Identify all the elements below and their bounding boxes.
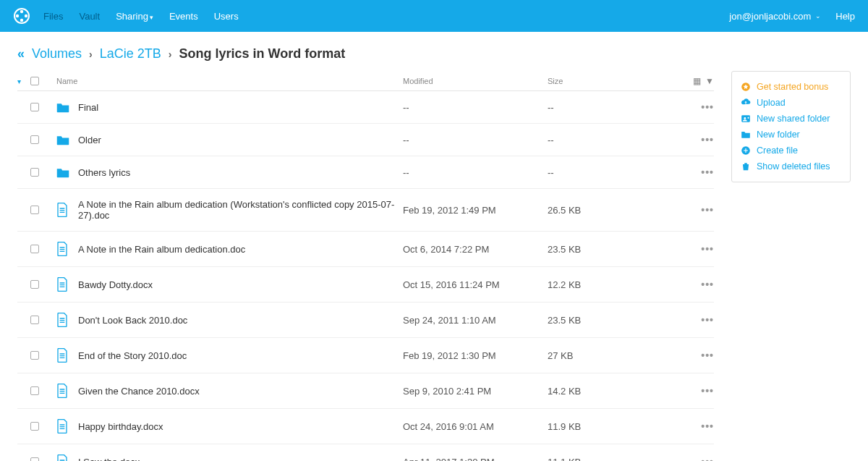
row-checkbox[interactable] bbox=[30, 316, 39, 324]
item-size: -- bbox=[548, 102, 678, 113]
column-modified[interactable]: Modified bbox=[403, 77, 548, 85]
nav-users[interactable]: Users bbox=[214, 11, 239, 22]
row-checkbox[interactable] bbox=[30, 280, 39, 289]
item-size: 12.2 KB bbox=[548, 279, 678, 290]
item-modified: -- bbox=[403, 167, 548, 178]
row-checkbox[interactable] bbox=[30, 351, 39, 360]
document-icon bbox=[56, 454, 78, 461]
chevron-right-icon: › bbox=[169, 48, 172, 60]
column-size[interactable]: Size bbox=[548, 77, 678, 85]
item-name[interactable]: Happy birthday.docx bbox=[78, 421, 403, 432]
row-actions-button[interactable]: ••• bbox=[701, 350, 714, 361]
svg-point-4 bbox=[16, 14, 19, 17]
breadcrumb: « Volumes › LaCie 2TB › Song lyrics in W… bbox=[17, 46, 714, 62]
item-name[interactable]: I Saw the.docx bbox=[78, 457, 403, 462]
table-row: Happy birthday.docxOct 24, 2016 9:01 AM1… bbox=[17, 409, 714, 444]
nav-vault[interactable]: Vault bbox=[79, 11, 100, 22]
row-actions-button[interactable]: ••• bbox=[701, 204, 714, 216]
actions-panel: Get started bonus Upload New shared fold… bbox=[731, 71, 851, 182]
row-checkbox[interactable] bbox=[30, 135, 39, 144]
row-checkbox[interactable] bbox=[30, 386, 39, 395]
breadcrumb-back-icon[interactable]: « bbox=[17, 46, 25, 62]
item-size: 11.1 KB bbox=[548, 457, 678, 462]
item-size: 26.5 KB bbox=[548, 205, 678, 216]
item-size: -- bbox=[548, 135, 678, 145]
document-icon bbox=[56, 313, 78, 327]
item-modified: Oct 15, 2016 11:24 PM bbox=[403, 279, 548, 290]
document-icon bbox=[56, 384, 78, 398]
item-modified: Apr 11, 2017 1:30 PM bbox=[403, 457, 548, 462]
item-modified: -- bbox=[403, 135, 548, 145]
breadcrumb-parent[interactable]: LaCie 2TB bbox=[100, 46, 161, 62]
document-icon bbox=[56, 419, 78, 433]
create-file-button[interactable]: Create file bbox=[741, 143, 841, 158]
nav-events[interactable]: Events bbox=[169, 11, 198, 22]
grid-view-icon[interactable]: ▦ bbox=[693, 76, 701, 86]
table-row: Final----••• bbox=[17, 91, 714, 124]
table-row: I Saw the.docxApr 11, 2017 1:30 PM11.1 K… bbox=[17, 444, 714, 461]
table-row: Bawdy Dotty.docxOct 15, 2016 11:24 PM12.… bbox=[17, 267, 714, 303]
row-actions-button[interactable]: ••• bbox=[701, 243, 714, 255]
help-link[interactable]: Help bbox=[835, 11, 855, 22]
select-all-checkbox[interactable] bbox=[30, 77, 39, 85]
item-size: 23.5 KB bbox=[548, 315, 678, 326]
item-name[interactable]: Final bbox=[78, 102, 403, 113]
table-row: A Note in the Rain album dedication.docO… bbox=[17, 232, 714, 267]
document-icon bbox=[56, 277, 78, 292]
item-name[interactable]: A Note in the Rain album dedication.doc bbox=[78, 244, 403, 255]
trash-icon bbox=[741, 161, 751, 172]
document-icon bbox=[56, 203, 78, 217]
item-name[interactable]: Others lyrics bbox=[78, 167, 403, 178]
row-checkbox[interactable] bbox=[30, 103, 39, 111]
table-row: End of the Story 2010.docFeb 19, 2012 1:… bbox=[17, 338, 714, 373]
item-modified: Oct 6, 2014 7:22 PM bbox=[403, 244, 548, 255]
show-deleted-button[interactable]: Show deleted files bbox=[741, 158, 841, 174]
item-modified: Oct 24, 2016 9:01 AM bbox=[403, 421, 548, 432]
filter-icon[interactable]: ▼ bbox=[705, 76, 714, 86]
item-modified: Feb 19, 2012 1:49 PM bbox=[403, 205, 548, 216]
row-actions-button[interactable]: ••• bbox=[701, 279, 714, 290]
item-size: 14.2 KB bbox=[548, 386, 678, 397]
item-name[interactable]: Given the Chance 2010.docx bbox=[78, 386, 403, 397]
row-checkbox[interactable] bbox=[30, 245, 39, 253]
row-checkbox[interactable] bbox=[30, 422, 39, 431]
nav-files[interactable]: Files bbox=[43, 11, 63, 22]
item-name[interactable]: Don't Look Back 2010.doc bbox=[78, 315, 403, 326]
row-actions-button[interactable]: ••• bbox=[701, 314, 714, 326]
row-checkbox[interactable] bbox=[30, 457, 39, 461]
item-name[interactable]: End of the Story 2010.doc bbox=[78, 350, 403, 361]
row-actions-button[interactable]: ••• bbox=[701, 456, 714, 461]
new-shared-folder-button[interactable]: New shared folder bbox=[741, 111, 841, 127]
nav-sharing[interactable]: Sharing▾ bbox=[116, 11, 153, 22]
table-row: Don't Look Back 2010.docSep 24, 2011 1:1… bbox=[17, 303, 714, 338]
upload-button[interactable]: Upload bbox=[741, 95, 841, 111]
table-row: Given the Chance 2010.docxSep 9, 2010 2:… bbox=[17, 373, 714, 409]
svg-point-1 bbox=[20, 10, 23, 13]
row-checkbox[interactable] bbox=[30, 206, 39, 214]
new-folder-button[interactable]: New folder bbox=[741, 127, 841, 143]
document-icon bbox=[56, 242, 78, 256]
row-actions-button[interactable]: ••• bbox=[701, 166, 714, 178]
item-name[interactable]: Older bbox=[78, 135, 403, 145]
breadcrumb-current: Song lyrics in Word format bbox=[179, 46, 345, 62]
folder-icon bbox=[56, 102, 78, 113]
sort-indicator-icon[interactable]: ▾ bbox=[17, 77, 30, 85]
chevron-down-icon: ▾ bbox=[150, 14, 153, 21]
column-name[interactable]: Name bbox=[56, 77, 403, 85]
get-started-bonus[interactable]: Get started bonus bbox=[741, 79, 841, 95]
item-modified: Feb 19, 2012 1:30 PM bbox=[403, 350, 548, 361]
row-actions-button[interactable]: ••• bbox=[701, 101, 714, 113]
row-checkbox[interactable] bbox=[30, 168, 39, 177]
breadcrumb-root[interactable]: Volumes bbox=[32, 46, 82, 62]
row-actions-button[interactable]: ••• bbox=[701, 134, 714, 145]
user-menu[interactable]: jon@jonljacobi.com⌄ bbox=[729, 11, 821, 22]
item-modified: Sep 24, 2011 1:10 AM bbox=[403, 315, 548, 326]
row-actions-button[interactable]: ••• bbox=[701, 420, 714, 432]
item-size: -- bbox=[548, 167, 678, 178]
item-name[interactable]: A Note in the Rain album dedication (Wor… bbox=[78, 199, 403, 221]
star-icon bbox=[741, 82, 751, 92]
item-size: 23.5 KB bbox=[548, 244, 678, 255]
row-actions-button[interactable]: ••• bbox=[701, 385, 714, 397]
svg-point-2 bbox=[25, 14, 27, 17]
item-name[interactable]: Bawdy Dotty.docx bbox=[78, 279, 403, 290]
